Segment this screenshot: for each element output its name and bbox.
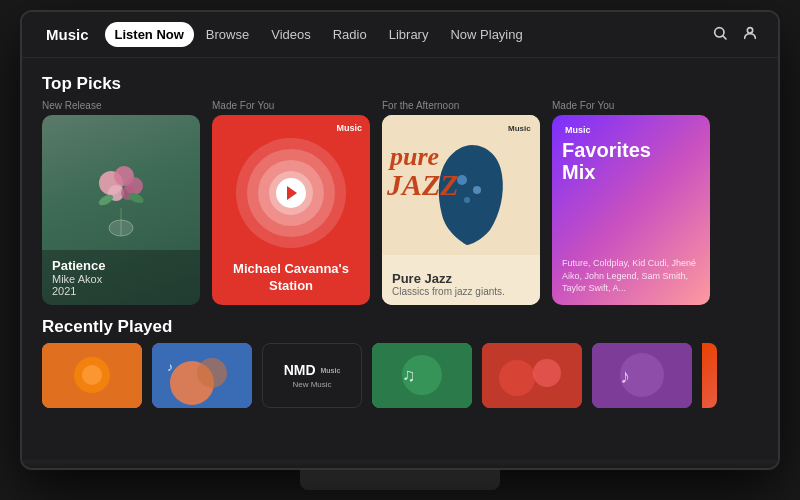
favorites-subtitle: Future, Coldplay, Kid Cudi, Jhené Aiko, … — [562, 257, 700, 295]
patience-artist: Mike Akox — [52, 273, 190, 285]
favorites-label: Made For You — [552, 100, 710, 111]
favorites-title: FavoritesMix — [562, 139, 700, 257]
svg-text:Music: Music — [508, 124, 531, 133]
recent-art-2: ♪ — [152, 343, 252, 408]
patience-year: 2021 — [52, 285, 190, 297]
jazz-title: Pure Jazz — [392, 271, 530, 286]
profile-icon[interactable] — [742, 25, 758, 45]
jazz-art: pure JAZZ Music — [382, 115, 540, 263]
svg-text:♪: ♪ — [167, 360, 173, 374]
patience-image — [42, 115, 200, 250]
jazz-column: For the Afternoon — [382, 100, 540, 305]
nav-browse[interactable]: Browse — [196, 22, 259, 47]
station-column: Made For You Music — [212, 100, 370, 305]
patience-card[interactable]: Patience Mike Akox 2021 — [42, 115, 200, 305]
recent-card-5[interactable] — [482, 343, 582, 408]
recent-art-1 — [42, 343, 142, 408]
svg-point-21 — [82, 365, 102, 385]
recent-card-1[interactable] — [42, 343, 142, 408]
patience-label: New Release — [42, 100, 200, 111]
overflow-indicator — [702, 343, 717, 408]
jazz-label: For the Afternoon — [382, 100, 540, 111]
tv-stand — [300, 470, 500, 490]
nmd-text: NMD — [284, 362, 316, 378]
favorites-badge: Music — [562, 125, 700, 135]
flower-svg — [86, 128, 156, 238]
jazz-subtitle: Classics from jazz giants. — [392, 286, 530, 297]
station-circles — [222, 125, 360, 261]
recent-card-2[interactable]: ♪ — [152, 343, 252, 408]
top-picks-section: Top Picks New Release — [42, 74, 758, 305]
recent-card-3[interactable]: NMD Music New Music — [262, 343, 362, 408]
svg-point-15 — [464, 197, 470, 203]
recent-card-6[interactable]: ♪ — [592, 343, 692, 408]
svg-point-30 — [499, 360, 535, 396]
jazz-info: Pure Jazz Classics from jazz giants. — [382, 263, 540, 305]
header: Music Listen Now Browse Videos Radio Lib… — [22, 12, 778, 58]
nav-icons — [712, 25, 758, 45]
svg-text:JAZZ: JAZZ — [386, 168, 459, 201]
svg-point-31 — [533, 359, 561, 387]
screen: Music Listen Now Browse Videos Radio Lib… — [22, 12, 778, 468]
app-logo: Music — [42, 26, 89, 43]
favorites-column: Made For You Music FavoritesMix Future, … — [552, 100, 710, 305]
recent-art-6: ♪ — [592, 343, 692, 408]
new-music-label: New Music — [292, 380, 331, 389]
recent-card-4[interactable]: ♫ — [372, 343, 472, 408]
recently-played-row: ♪ NMD Music — [42, 343, 758, 408]
circle-container — [236, 138, 346, 248]
favorites-badge-text: Music — [565, 125, 591, 135]
play-icon — [287, 186, 297, 200]
nav-listen-now[interactable]: Listen Now — [105, 22, 194, 47]
svg-text:pure: pure — [388, 142, 439, 171]
jazz-card[interactable]: pure JAZZ Music Pure Jazz Cla — [382, 115, 540, 305]
station-name: Michael Cavanna's Station — [222, 261, 360, 295]
tv-frame: Music Listen Now Browse Videos Radio Lib… — [20, 10, 780, 470]
nmd-content: NMD Music New Music — [263, 344, 361, 407]
nav-radio[interactable]: Radio — [323, 22, 377, 47]
svg-point-24 — [197, 358, 227, 388]
svg-text:♪: ♪ — [620, 365, 630, 387]
nav-items: Listen Now Browse Videos Radio Library N… — [105, 22, 708, 47]
nav-now-playing[interactable]: Now Playing — [440, 22, 532, 47]
play-button[interactable] — [276, 178, 306, 208]
nmd-badge: Music — [321, 367, 341, 374]
station-badge: Music — [334, 123, 362, 133]
svg-point-4 — [109, 220, 133, 236]
nav-videos[interactable]: Videos — [261, 22, 321, 47]
app-name: Music — [46, 26, 89, 43]
top-picks-title: Top Picks — [42, 74, 758, 94]
svg-point-14 — [473, 186, 481, 194]
svg-line-1 — [723, 36, 726, 39]
station-badge-text: Music — [336, 123, 362, 133]
bezel-bottom — [22, 460, 778, 468]
station-label: Made For You — [212, 100, 370, 111]
patience-info: Patience Mike Akox 2021 — [42, 250, 200, 305]
svg-point-2 — [747, 27, 752, 32]
top-picks-cards: New Release — [42, 100, 758, 305]
patience-track-title: Patience — [52, 258, 190, 273]
main-content: Top Picks New Release — [22, 58, 778, 460]
jazz-svg: pure JAZZ Music — [382, 115, 540, 255]
station-card[interactable]: Music — [212, 115, 370, 305]
recent-art-4: ♫ — [372, 343, 472, 408]
recent-art-5 — [482, 343, 582, 408]
recently-played-section: Recently Played — [42, 317, 758, 408]
patience-column: New Release — [42, 100, 200, 305]
search-icon[interactable] — [712, 25, 728, 45]
svg-text:♫: ♫ — [402, 365, 416, 385]
recently-played-title: Recently Played — [42, 317, 758, 337]
nav-library[interactable]: Library — [379, 22, 439, 47]
favorites-card[interactable]: Music FavoritesMix Future, Coldplay, Kid… — [552, 115, 710, 305]
